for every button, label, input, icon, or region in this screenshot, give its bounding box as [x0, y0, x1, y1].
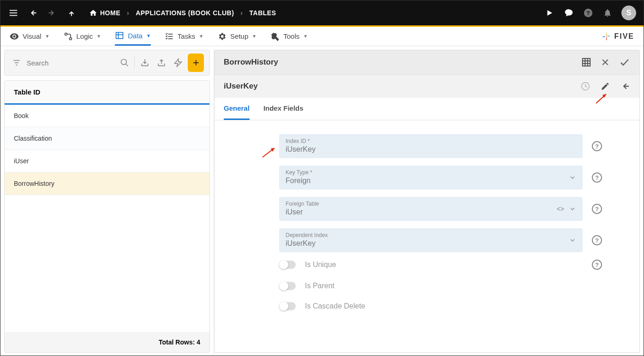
lightning-icon[interactable]	[172, 55, 185, 70]
toggle-label: Is Parent	[305, 282, 334, 290]
filter-icon[interactable]	[10, 55, 23, 70]
tab-logic[interactable]: Logic▼	[64, 27, 101, 46]
toggle-row-cascade: Is Cascade Delete	[279, 302, 602, 310]
check-icon[interactable]	[619, 57, 630, 68]
play-icon[interactable]	[544, 7, 555, 18]
svg-marker-17	[606, 32, 607, 36]
left-panel: + Table ID Book Classification iUser Bor…	[0, 46, 214, 356]
close-icon[interactable]	[601, 58, 610, 67]
chevron-down-icon	[569, 205, 576, 213]
tab-label: Data	[128, 32, 143, 40]
row-count: Total Rows: 4	[159, 338, 200, 346]
avatar-initial: S	[626, 9, 632, 17]
left-toolbar: +	[4, 50, 210, 76]
panel-subheader: iUserKey	[214, 75, 640, 98]
code-icon: <>	[557, 205, 564, 213]
field-value: iUser	[286, 208, 576, 216]
svg-rect-29	[583, 59, 590, 66]
topbar-left: HOME › APPLICATIONS (BOOK CLUB) › TABLES	[8, 7, 276, 18]
svg-rect-11	[116, 32, 123, 38]
chevron-down-icon	[569, 237, 576, 244]
toggle-row-unique: Is Unique ?	[279, 260, 602, 270]
field-row-index-id: Index ID * iUserKey ?	[279, 134, 602, 158]
svg-marker-6	[548, 10, 553, 16]
tab-label: Setup	[230, 32, 248, 40]
field-label: Foreign Table	[286, 201, 576, 207]
foreign-table-field[interactable]: Foreign Table iUser <>	[279, 197, 583, 221]
tab-label: Visual	[23, 32, 42, 40]
search-input[interactable]	[27, 59, 114, 67]
search-icon[interactable]	[118, 55, 131, 70]
help-icon[interactable]: ?	[592, 141, 602, 151]
up-icon[interactable]	[66, 7, 77, 18]
breadcrumb: HOME › APPLICATIONS (BOOK CLUB) › TABLES	[89, 9, 276, 17]
tab-label: Logic	[77, 32, 93, 40]
help-icon[interactable]: ?	[583, 7, 594, 18]
grid-icon[interactable]	[581, 57, 591, 67]
field-label: Dependent Index	[286, 232, 576, 238]
export-icon[interactable]	[155, 55, 168, 70]
field-label: Key Type *	[286, 169, 576, 176]
svg-marker-18	[606, 36, 610, 36]
tab-tools[interactable]: Tools▼	[270, 27, 308, 46]
form-area: Index ID * iUserKey ? Key Type * Foreign…	[214, 120, 640, 353]
breadcrumb-app[interactable]: APPLICATIONS (BOOK CLUB)	[136, 9, 234, 17]
tab-data[interactable]: Data▼	[115, 27, 151, 46]
list-item-classification[interactable]: Classification	[5, 127, 209, 150]
field-value: Foreign	[286, 177, 576, 185]
dependent-index-field[interactable]: Dependent Index iUserKey	[279, 228, 583, 252]
field-row-dependent-index: Dependent Index iUserKey ?	[279, 228, 602, 252]
breadcrumb-home-label: HOME	[100, 9, 120, 17]
chevron-right-icon: ›	[240, 9, 243, 17]
annotation-arrow-icon	[595, 93, 609, 104]
table-list: Table ID Book Classification iUser Borro…	[4, 80, 210, 353]
svg-marker-19	[606, 36, 607, 41]
main: + Table ID Book Classification iUser Bor…	[0, 46, 644, 356]
svg-line-25	[125, 64, 128, 66]
key-type-field[interactable]: Key Type * Foreign	[279, 166, 583, 190]
divider	[134, 56, 135, 69]
brand-text: FIVE	[614, 32, 634, 41]
back-icon[interactable]	[27, 7, 38, 18]
svg-point-10	[69, 37, 72, 40]
svg-text:?: ?	[586, 10, 590, 17]
comment-icon[interactable]	[563, 7, 574, 18]
add-button[interactable]: +	[188, 53, 204, 72]
tab-tasks[interactable]: Tasks▼	[165, 27, 203, 46]
is-unique-toggle[interactable]	[279, 261, 296, 269]
list-item-label: Book	[14, 112, 29, 119]
bell-icon[interactable]	[602, 7, 613, 18]
tab-label: Tools	[283, 32, 299, 40]
import-icon[interactable]	[138, 55, 151, 70]
subtab-label: Index Fields	[263, 104, 304, 112]
history-icon[interactable]	[580, 81, 590, 91]
help-icon[interactable]: ?	[592, 204, 602, 214]
subtab-index-fields[interactable]: Index Fields	[263, 98, 304, 120]
subtab-general[interactable]: General	[224, 98, 250, 120]
back-arrow-icon[interactable]	[620, 81, 630, 91]
help-icon[interactable]: ?	[592, 235, 602, 245]
topbar: HOME › APPLICATIONS (BOOK CLUB) › TABLES…	[0, 0, 644, 25]
list-item-borrowhistory[interactable]: BorrowHistory	[5, 172, 209, 195]
help-icon[interactable]: ?	[592, 172, 602, 183]
chevron-right-icon: ›	[127, 9, 129, 17]
breadcrumb-tables[interactable]: TABLES	[250, 9, 276, 17]
tab-setup[interactable]: Setup▼	[217, 27, 256, 46]
list-header-label: Table ID	[14, 88, 40, 96]
field-row-key-type: Key Type * Foreign ?	[279, 166, 602, 190]
toggle-label: Is Unique	[305, 261, 336, 269]
list-footer: Total Rows: 4	[5, 332, 209, 352]
list-item-iuser[interactable]: iUser	[5, 150, 209, 172]
tab-label: Tasks	[178, 32, 195, 40]
help-icon[interactable]: ?	[592, 260, 602, 270]
is-parent-toggle[interactable]	[279, 282, 296, 290]
breadcrumb-home[interactable]: HOME	[89, 9, 120, 17]
tab-visual[interactable]: Visual▼	[10, 27, 50, 46]
menu-icon[interactable]	[8, 7, 19, 18]
is-cascade-toggle[interactable]	[279, 302, 296, 310]
list-header: Table ID	[5, 81, 209, 105]
list-item-book[interactable]: Book	[5, 105, 209, 127]
edit-icon[interactable]	[601, 82, 610, 91]
avatar[interactable]: S	[621, 6, 636, 20]
index-id-field[interactable]: Index ID * iUserKey	[279, 134, 583, 158]
